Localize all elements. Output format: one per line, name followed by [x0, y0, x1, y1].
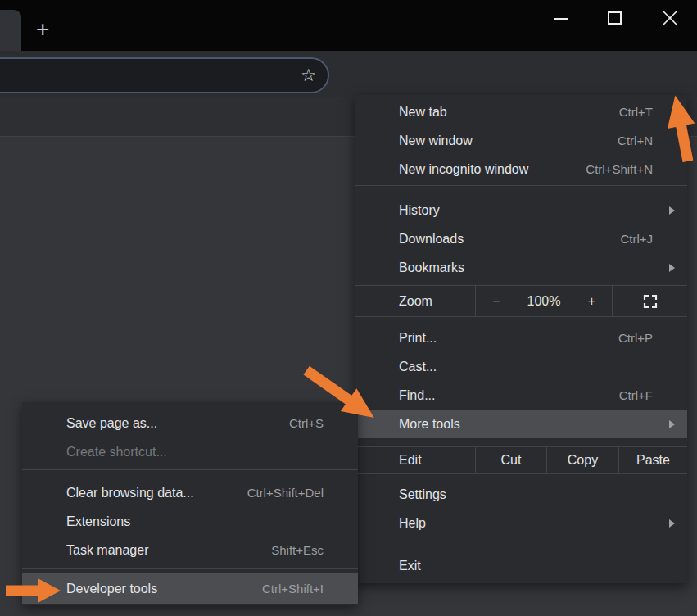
menu-separator	[355, 185, 687, 186]
submenu-arrow-icon	[669, 420, 675, 428]
menu-item-find[interactable]: Find... Ctrl+F	[355, 381, 687, 410]
zoom-out-button[interactable]: −	[492, 294, 500, 309]
menu-separator	[22, 568, 358, 569]
titlebar: ✕ +	[0, 0, 697, 51]
menu-item-new-incognito-window[interactable]: New incognito window Ctrl+Shift+N	[355, 155, 687, 183]
submenu-item-developer-tools[interactable]: Developer tools Ctrl+Shift+I	[22, 573, 358, 604]
menu-item-bookmarks[interactable]: Bookmarks	[355, 253, 687, 282]
submenu-item-clear-browsing-data[interactable]: Clear browsing data... Ctrl+Shift+Del	[22, 478, 358, 507]
menu-item-more-tools[interactable]: More tools	[355, 410, 687, 438]
zoom-in-button[interactable]: +	[588, 294, 595, 309]
browser-tab[interactable]: ✕	[0, 10, 21, 51]
new-tab-button[interactable]: +	[36, 18, 49, 41]
menu-item-zoom: Zoom − 100% +	[355, 285, 687, 317]
menu-item-print[interactable]: Print... Ctrl+P	[355, 324, 687, 352]
submenu-item-extensions[interactable]: Extensions	[22, 507, 358, 536]
menu-separator	[22, 469, 358, 470]
window-close-button[interactable]	[660, 8, 680, 28]
copy-button[interactable]: Copy	[546, 447, 618, 473]
cut-button[interactable]: Cut	[475, 447, 546, 473]
submenu-arrow-icon	[669, 519, 675, 528]
window-minimize-button[interactable]	[554, 18, 568, 20]
menu-separator	[355, 541, 687, 541]
menu-item-settings[interactable]: Settings	[355, 480, 687, 509]
fullscreen-icon	[643, 294, 658, 309]
zoom-level-value: 100%	[527, 294, 561, 309]
more-tools-submenu: Save page as... Ctrl+S Create shortcut..…	[22, 402, 358, 605]
paste-button[interactable]: Paste	[618, 447, 687, 473]
address-bar[interactable]: ☆	[0, 57, 329, 93]
submenu-item-task-manager[interactable]: Task manager Shift+Esc	[22, 536, 358, 564]
bookmark-star-icon[interactable]: ☆	[301, 66, 316, 85]
submenu-item-save-page-as[interactable]: Save page as... Ctrl+S	[22, 409, 358, 437]
fullscreen-button[interactable]	[613, 286, 687, 316]
chrome-menu: New tab Ctrl+T New window Ctrl+N New inc…	[355, 95, 687, 583]
menu-item-edit: Edit Cut Copy Paste	[355, 446, 687, 474]
menu-item-history[interactable]: History	[355, 196, 687, 224]
menu-item-exit[interactable]: Exit	[355, 551, 687, 580]
submenu-arrow-icon	[669, 206, 675, 215]
menu-item-help[interactable]: Help	[355, 509, 687, 537]
menu-item-downloads[interactable]: Downloads Ctrl+J	[355, 224, 687, 253]
browser-window: ✕ + ☆ UO	[0, 0, 697, 616]
annotation-arrow-developer-tools	[6, 573, 62, 609]
menu-item-cast[interactable]: Cast...	[355, 352, 687, 381]
window-maximize-button[interactable]	[608, 11, 622, 25]
submenu-arrow-icon	[669, 264, 675, 272]
submenu-item-create-shortcut: Create shortcut...	[22, 437, 358, 466]
menu-item-new-tab[interactable]: New tab Ctrl+T	[355, 97, 687, 126]
menu-item-new-window[interactable]: New window Ctrl+N	[355, 126, 687, 155]
toolbar: ☆ UO M	[0, 51, 697, 97]
